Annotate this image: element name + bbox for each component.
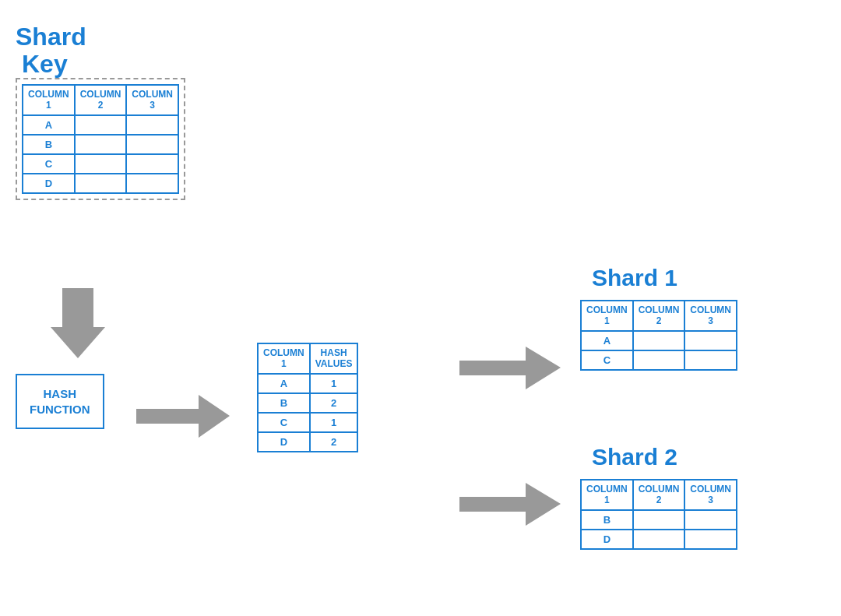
- s1-row2-c3: [684, 350, 737, 370]
- cell-c2: [75, 154, 127, 174]
- shard-key-title: Shard Key: [16, 23, 86, 78]
- main-col3-header: COLUMN3: [126, 85, 178, 115]
- s2-row2-c3: [684, 530, 737, 549]
- dashed-box: COLUMN1 COLUMN2 COLUMN3 A B: [16, 78, 185, 200]
- shard2-title: Shard 2: [592, 444, 677, 470]
- hash-d-key: D: [258, 432, 310, 452]
- diagram-container: Shard Key COLUMN1 COLUMN2 COLUMN3 A: [0, 0, 841, 616]
- s2-col1-header: COLUMN1: [581, 480, 633, 510]
- cell-b1: B: [23, 135, 75, 154]
- main-col1-header: COLUMN1: [23, 85, 75, 115]
- cell-d1: D: [23, 174, 75, 193]
- cell-b2: [75, 135, 127, 154]
- shard1-table: COLUMN1 COLUMN2 COLUMN3 A C: [580, 300, 737, 371]
- s2-col3-header: COLUMN3: [684, 480, 737, 510]
- table-row: D 2: [258, 432, 357, 452]
- svg-marker-3: [459, 483, 561, 526]
- s1-row2-c2: [633, 350, 685, 370]
- s1-row1-c3: [684, 331, 737, 350]
- table-row: B: [23, 135, 178, 154]
- main-table: COLUMN1 COLUMN2 COLUMN3 A B: [22, 84, 179, 194]
- cell-b3: [126, 135, 178, 154]
- s1-col3-header: COLUMN3: [684, 301, 737, 331]
- table-row: A: [23, 115, 178, 135]
- shard2-table: COLUMN1 COLUMN2 COLUMN3 B D: [580, 479, 737, 550]
- table-row: D: [23, 174, 178, 193]
- down-arrow-icon: [51, 288, 105, 358]
- arrow-shard2-icon: [459, 483, 561, 526]
- main-col2-header: COLUMN2: [75, 85, 127, 115]
- shard1-table-wrapper: COLUMN1 COLUMN2 COLUMN3 A C: [580, 300, 737, 371]
- hash-c-val: 1: [310, 413, 358, 432]
- s2-row1-c1: B: [581, 510, 633, 530]
- cell-c1: C: [23, 154, 75, 174]
- s1-col2-header: COLUMN2: [633, 301, 685, 331]
- table-row: A: [581, 331, 737, 350]
- s2-row2-c2: [633, 530, 685, 549]
- hash-c-key: C: [258, 413, 310, 432]
- hash-table-wrapper: COLUMN1 HASHVALUES A 1 B 2 C 1 D: [257, 343, 358, 452]
- cell-a3: [126, 115, 178, 135]
- hash-col1-header: COLUMN1: [258, 343, 310, 374]
- table-row: B 2: [258, 393, 357, 413]
- svg-marker-2: [459, 347, 561, 389]
- hash-a-key: A: [258, 374, 310, 393]
- table-row: D: [581, 530, 737, 549]
- hash-function-box: HASH FUNCTION: [16, 374, 104, 429]
- hash-b-val: 2: [310, 393, 358, 413]
- hash-b-key: B: [258, 393, 310, 413]
- table-row: C 1: [258, 413, 357, 432]
- arrow-right-hash-icon: [136, 395, 230, 438]
- table-row: C: [581, 350, 737, 370]
- arrow-shard1-icon: [459, 347, 561, 389]
- cell-d3: [126, 174, 178, 193]
- main-table-wrapper: COLUMN1 COLUMN2 COLUMN3 A B: [16, 78, 185, 203]
- hash-table: COLUMN1 HASHVALUES A 1 B 2 C 1 D: [257, 343, 358, 452]
- hash-a-val: 1: [310, 374, 358, 393]
- table-row: C: [23, 154, 178, 174]
- hash-d-val: 2: [310, 432, 358, 452]
- shard1-title: Shard 1: [592, 265, 677, 291]
- s2-row2-c1: D: [581, 530, 633, 549]
- table-row: B: [581, 510, 737, 530]
- cell-a1: A: [23, 115, 75, 135]
- s1-row2-c1: C: [581, 350, 633, 370]
- svg-marker-1: [136, 395, 230, 438]
- svg-marker-0: [51, 288, 105, 358]
- cell-d2: [75, 174, 127, 193]
- table-row: A 1: [258, 374, 357, 393]
- shard2-table-wrapper: COLUMN1 COLUMN2 COLUMN3 B D: [580, 479, 737, 550]
- cell-c3: [126, 154, 178, 174]
- s1-col1-header: COLUMN1: [581, 301, 633, 331]
- s1-row1-c1: A: [581, 331, 633, 350]
- s2-row1-c2: [633, 510, 685, 530]
- s2-row1-c3: [684, 510, 737, 530]
- s2-col2-header: COLUMN2: [633, 480, 685, 510]
- hash-col2-header: HASHVALUES: [310, 343, 358, 374]
- s1-row1-c2: [633, 331, 685, 350]
- cell-a2: [75, 115, 127, 135]
